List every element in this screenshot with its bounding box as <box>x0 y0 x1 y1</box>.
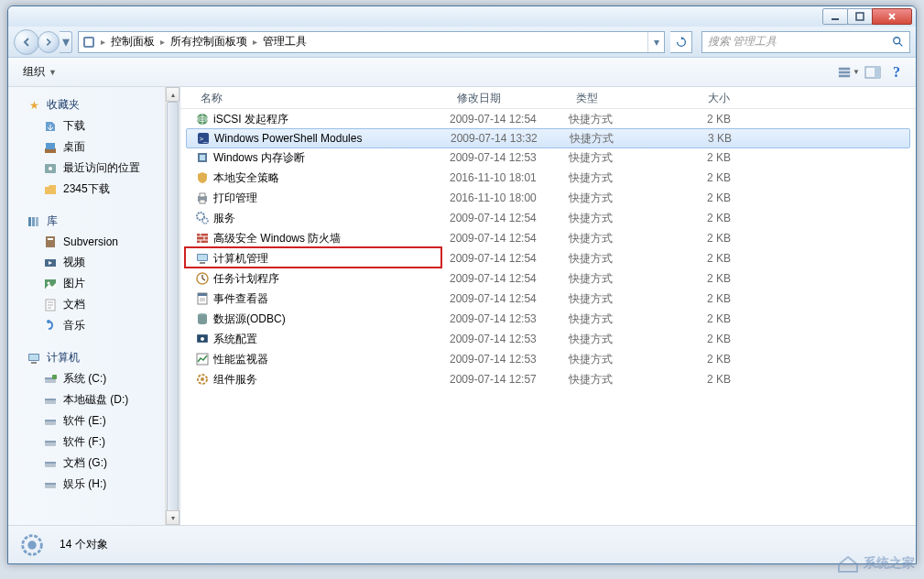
organize-menu[interactable]: 组织 ▼ <box>16 61 64 82</box>
drive-icon <box>43 372 58 387</box>
chevron-right-icon[interactable]: ▸ <box>99 37 107 47</box>
file-icon <box>193 251 212 266</box>
status-count: 14 个对象 <box>60 537 108 552</box>
file-row[interactable]: 组件服务2009-07-14 12:57快捷方式2 KB <box>180 369 916 389</box>
sidebar-item[interactable]: 文档 <box>8 294 179 315</box>
minimize-button[interactable] <box>822 8 848 25</box>
file-icon <box>193 112 212 126</box>
breadcrumb-item[interactable]: 控制面板 <box>107 34 158 49</box>
sidebar-item[interactable]: 桌面 <box>8 137 179 158</box>
column-header-date[interactable]: 修改日期 <box>450 87 569 108</box>
file-row[interactable]: 服务2009-07-14 12:54快捷方式2 KB <box>180 208 916 228</box>
path-dropdown[interactable]: ▾ <box>647 32 664 52</box>
sidebar-item-drive[interactable]: 软件 (F:) <box>8 432 179 453</box>
file-row[interactable]: 系统配置2009-07-14 12:53快捷方式2 KB <box>180 329 916 349</box>
sidebar-item[interactable]: 下载 <box>8 115 179 137</box>
nav-history-dropdown[interactable]: ▾ <box>60 31 72 53</box>
maximize-button[interactable] <box>847 8 873 25</box>
file-row[interactable]: 性能监视器2009-07-14 12:53快捷方式2 KB <box>180 349 916 369</box>
svg-point-13 <box>49 167 52 170</box>
svg-rect-38 <box>45 462 56 464</box>
file-icon <box>193 150 212 165</box>
file-row[interactable]: 数据源(ODBC)2009-07-14 12:53快捷方式2 KB <box>180 309 916 329</box>
sidebar-item[interactable]: 最近访问的位置 <box>8 158 179 179</box>
refresh-button[interactable] <box>670 31 692 53</box>
file-date: 2009-07-14 12:54 <box>450 252 569 265</box>
sidebar-item-label: 图片 <box>63 276 85 291</box>
sidebar-item[interactable]: 2345下载 <box>8 179 179 200</box>
sidebar-item-drive[interactable]: 本地磁盘 (D:) <box>8 389 179 410</box>
svg-rect-30 <box>52 375 57 379</box>
view-options-button[interactable]: ▼ <box>837 62 861 82</box>
file-size: 2 KB <box>674 151 738 164</box>
sidebar-computer-header[interactable]: 计算机 <box>8 347 179 368</box>
svg-point-62 <box>201 337 204 341</box>
chevron-right-icon[interactable]: ▸ <box>251 37 259 47</box>
search-icon[interactable] <box>887 36 909 49</box>
svg-rect-52 <box>197 234 208 243</box>
file-row[interactable]: 打印管理2016-11-10 18:00快捷方式2 KB <box>180 188 916 208</box>
file-name: 任务计划程序 <box>212 271 450 287</box>
sidebar-item[interactable]: 图片 <box>8 273 179 294</box>
scroll-up-button[interactable]: ▴ <box>166 87 179 102</box>
file-date: 2009-07-14 12:54 <box>450 232 569 245</box>
toolbar: 组织 ▼ ▼ ? <box>8 58 916 87</box>
sidebar-scrollbar[interactable]: ▴ ▾ <box>165 87 179 525</box>
file-row[interactable]: Windows 内存诊断2009-07-14 12:53快捷方式2 KB <box>180 147 916 168</box>
folder-icon <box>43 161 58 176</box>
file-row[interactable]: >_Windows PowerShell Modules2009-07-14 1… <box>186 128 910 148</box>
file-name: 本地安全策略 <box>212 170 450 186</box>
sidebar-item-drive[interactable]: 系统 (C:) <box>8 368 179 389</box>
preview-pane-button[interactable] <box>861 62 885 82</box>
sidebar-item[interactable]: Subversion <box>8 232 179 252</box>
folder-icon <box>43 119 58 134</box>
file-name: 计算机管理 <box>212 251 450 267</box>
breadcrumb-item[interactable]: 管理工具 <box>259 34 310 49</box>
help-button[interactable]: ? <box>885 62 908 82</box>
sidebar-item[interactable]: 音乐 <box>8 315 179 336</box>
search-input[interactable]: 搜索 管理工具 <box>701 31 910 53</box>
breadcrumb-path[interactable]: ▸ 控制面板 ▸ 所有控制面板项 ▸ 管理工具 ▾ <box>78 31 665 53</box>
column-header-name[interactable]: 名称 <box>193 87 450 108</box>
close-button[interactable] <box>872 8 912 25</box>
svg-rect-36 <box>45 441 56 442</box>
forward-button[interactable] <box>38 31 60 53</box>
library-item-icon <box>43 319 58 333</box>
file-row[interactable]: 任务计划程序2009-07-14 12:54快捷方式2 KB <box>180 268 916 289</box>
star-icon: ★ <box>27 98 41 113</box>
column-header-type[interactable]: 类型 <box>569 87 674 108</box>
svg-rect-6 <box>839 71 850 73</box>
sidebar-libraries-header[interactable]: 库 <box>8 211 179 232</box>
back-button[interactable] <box>14 29 39 55</box>
scroll-thumb[interactable] <box>167 102 179 525</box>
file-icon <box>193 170 212 185</box>
column-header-size[interactable]: 大小 <box>674 87 738 108</box>
file-date: 2009-07-14 12:54 <box>450 292 569 305</box>
svg-point-22 <box>48 281 50 284</box>
sidebar-item-drive[interactable]: 娱乐 (H:) <box>8 474 179 495</box>
file-row[interactable]: 高级安全 Windows 防火墙2009-07-14 12:54快捷方式2 KB <box>180 228 916 248</box>
file-row[interactable]: iSCSI 发起程序2009-07-14 12:54快捷方式2 KB <box>180 109 916 129</box>
file-row[interactable]: 本地安全策略2016-11-10 18:01快捷方式2 KB <box>180 168 916 188</box>
sidebar-item-drive[interactable]: 文档 (G:) <box>8 453 179 474</box>
chevron-right-icon[interactable]: ▸ <box>158 37 167 47</box>
scroll-down-button[interactable]: ▾ <box>166 510 179 525</box>
file-type: 快捷方式 <box>569 112 674 127</box>
file-size: 2 KB <box>674 232 738 245</box>
svg-rect-16 <box>36 217 38 226</box>
breadcrumb-item[interactable]: 所有控制面板项 <box>167 34 251 49</box>
navigation-sidebar: ★收藏夹 下载桌面最近访问的位置2345下载 库 Subversion视频图片文… <box>8 87 180 525</box>
file-icon <box>193 191 212 205</box>
file-name: 组件服务 <box>212 372 450 388</box>
sidebar-item[interactable]: 视频 <box>8 252 179 273</box>
file-row[interactable]: 计算机管理2009-07-14 12:54快捷方式2 KB <box>180 248 916 268</box>
sidebar-favorites-header[interactable]: ★收藏夹 <box>8 94 179 115</box>
library-item-icon <box>43 256 58 270</box>
control-panel-icon <box>79 35 99 49</box>
breadcrumb-label: 控制面板 <box>111 34 155 49</box>
svg-rect-0 <box>832 18 839 20</box>
drive-icon <box>43 393 58 408</box>
file-list[interactable]: iSCSI 发起程序2009-07-14 12:54快捷方式2 KB>_Wind… <box>180 109 916 525</box>
file-row[interactable]: 事件查看器2009-07-14 12:54快捷方式2 KB <box>180 289 916 309</box>
sidebar-item-drive[interactable]: 软件 (E:) <box>8 410 179 432</box>
